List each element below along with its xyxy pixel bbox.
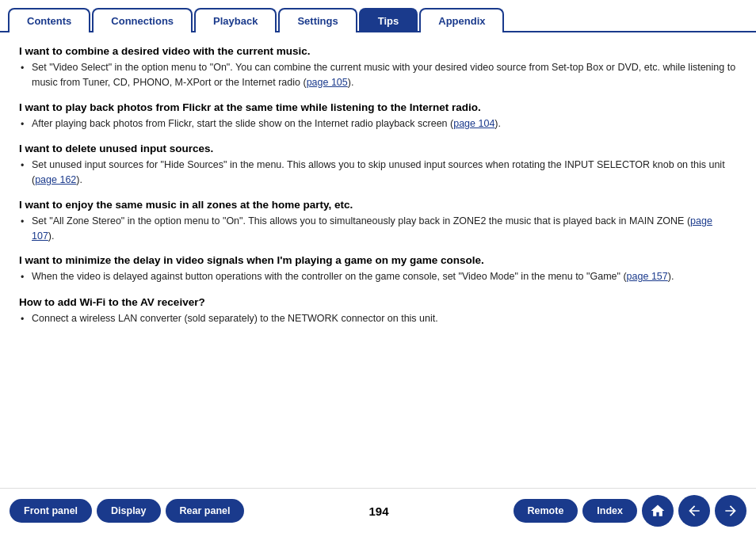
bullet-dot: • — [21, 117, 29, 132]
link-page162[interactable]: page 162 — [35, 174, 76, 185]
bullet-text: Set "Video Select" in the option menu to… — [32, 60, 737, 90]
home-button[interactable] — [642, 495, 674, 527]
section-body-delete-sources: • Set unused input sources for "Hide Sou… — [19, 158, 737, 188]
section-title-flickr: I want to play back photos from Flickr a… — [19, 101, 737, 113]
section-body-all-zones: • Set "All Zone Stereo" in the option me… — [19, 214, 737, 244]
home-icon — [650, 503, 666, 519]
bullet-item: • When the video is delayed against butt… — [21, 269, 737, 285]
bullet-text: Set "All Zone Stereo" in the option menu… — [32, 214, 737, 244]
index-button[interactable]: Index — [582, 499, 637, 523]
bullet-item: • Set unused input sources for "Hide Sou… — [21, 158, 737, 188]
forward-button[interactable] — [715, 495, 746, 527]
section-body-flickr: • After playing back photos from Flickr,… — [19, 116, 737, 132]
bullet-item: • Set "All Zone Stereo" in the option me… — [21, 214, 737, 244]
tab-tips[interactable]: Tips — [359, 8, 418, 32]
section-wifi: How to add Wi-Fi to the AV receiver? • C… — [19, 296, 737, 327]
bullet-dot: • — [21, 270, 29, 285]
bottom-navigation: Front panel Display Rear panel 194 Remot… — [0, 488, 756, 533]
link-page104[interactable]: page 104 — [453, 118, 494, 129]
forward-icon — [723, 503, 739, 519]
tab-playback[interactable]: Playback — [194, 8, 277, 32]
bullet-dot: • — [21, 215, 29, 244]
tab-settings[interactable]: Settings — [278, 8, 357, 32]
section-title-wifi: How to add Wi-Fi to the AV receiver? — [19, 296, 737, 308]
display-button[interactable]: Display — [97, 499, 160, 523]
tab-navigation: Contents Connections Playback Settings T… — [0, 0, 756, 32]
link-page105[interactable]: page 105 — [307, 77, 348, 88]
section-title-delete-sources: I want to delete unused input sources. — [19, 143, 737, 154]
bullet-text: After playing back photos from Flickr, s… — [32, 116, 737, 132]
bullet-item: • After playing back photos from Flickr,… — [21, 116, 737, 132]
front-panel-button[interactable]: Front panel — [10, 499, 92, 523]
link-page157[interactable]: page 157 — [627, 271, 668, 282]
section-video-delay: I want to minimize the delay in video si… — [19, 254, 737, 285]
section-title-combine-video: I want to combine a desired video with t… — [19, 45, 737, 57]
tab-connections[interactable]: Connections — [92, 8, 193, 32]
tab-contents[interactable]: Contents — [8, 8, 90, 32]
section-title-all-zones: I want to enjoy the same music in all zo… — [19, 199, 737, 211]
bullet-text: When the video is delayed against button… — [32, 269, 737, 285]
bullet-text: Connect a wireless LAN converter (sold s… — [32, 311, 737, 327]
section-body-video-delay: • When the video is delayed against butt… — [19, 269, 737, 285]
rear-panel-button[interactable]: Rear panel — [166, 499, 245, 523]
section-flickr: I want to play back photos from Flickr a… — [19, 101, 737, 132]
page-number: 194 — [249, 504, 508, 518]
bullet-dot: • — [21, 158, 29, 188]
bullet-dot: • — [21, 61, 29, 90]
back-button[interactable] — [678, 495, 710, 527]
remote-button[interactable]: Remote — [514, 499, 578, 523]
back-icon — [686, 503, 702, 519]
section-all-zones: I want to enjoy the same music in all zo… — [19, 199, 737, 244]
section-body-wifi: • Connect a wireless LAN converter (sold… — [19, 311, 737, 327]
bullet-dot: • — [21, 312, 29, 327]
section-delete-sources: I want to delete unused input sources. •… — [19, 143, 737, 188]
section-title-video-delay: I want to minimize the delay in video si… — [19, 254, 737, 266]
bullet-item: • Set "Video Select" in the option menu … — [21, 60, 737, 90]
section-body-combine-video: • Set "Video Select" in the option menu … — [19, 60, 737, 90]
tab-appendix[interactable]: Appendix — [419, 8, 504, 32]
link-page107[interactable]: page 107 — [32, 215, 712, 242]
section-combine-video: I want to combine a desired video with t… — [19, 45, 737, 90]
bullet-text: Set unused input sources for "Hide Sourc… — [32, 158, 737, 188]
bullet-item: • Connect a wireless LAN converter (sold… — [21, 311, 737, 327]
main-content: I want to combine a desired video with t… — [0, 32, 756, 488]
